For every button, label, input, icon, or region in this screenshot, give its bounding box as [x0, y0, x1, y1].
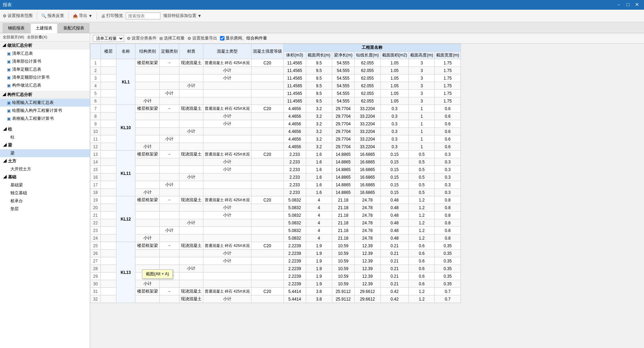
minimize-button[interactable]: －: [614, 2, 623, 8]
collapse-all-button[interactable]: 全部折叠(X): [27, 35, 47, 40]
quota-location-label: 清单定额部位计算书: [12, 74, 50, 80]
col-volume: 体积(m3): [283, 52, 306, 59]
export-button[interactable]: 📤 导出 ▼: [73, 13, 92, 19]
show-room-checkbox-item[interactable]: 显示房间、组合构件量: [220, 35, 267, 41]
col-concrete-grade: 混凝土强度等级: [251, 44, 283, 59]
col-edge-len: 钻线长度(m): [354, 52, 380, 59]
table-row: 23小计5.0832421.1824.780.481.20.8: [90, 227, 461, 234]
table-row: 3小计11.45659.554.55562.0551.0531.75: [90, 74, 461, 82]
tree-foundation-beam[interactable]: 基础梁: [0, 181, 90, 189]
tree-earthwork-item[interactable]: 大开挖土方: [0, 165, 90, 173]
add-project-feature-label: 项目特征添加位置: [163, 13, 196, 19]
tree-beam-section[interactable]: ◢ 梁: [0, 141, 90, 149]
right-panel: 清单工程量 ⚙ 设置分类条件 ⊞ 选择工程量 ⚙ 设置批量导出 显示房间、组合构…: [90, 33, 644, 348]
sidebar-item-quota-summary[interactable]: ▣ 清单定额汇总表: [0, 65, 90, 73]
table-row: 19KL12楼层框架梁－现浇混凝土普通混凝土 碎石 425#水泥C205.083…: [90, 196, 461, 204]
show-room-label: 显示房间、组合构件量: [226, 35, 267, 41]
set-report-range-icon: ⚙: [3, 14, 7, 18]
col-floor: 楼层: [101, 44, 116, 59]
bill-summary-label: 清单汇总表: [12, 51, 33, 56]
separator-1: [37, 12, 37, 19]
col-name: 名称: [116, 44, 135, 59]
col-perimeter: 截面周长(m): [306, 52, 332, 59]
draw-input-calc-icon: ▣: [7, 108, 11, 113]
foundation-expand-icon: ◢ 基础: [3, 174, 16, 180]
section-method-analysis[interactable]: ◢ 做法汇总分析: [0, 42, 90, 50]
maximize-button[interactable]: □: [625, 2, 632, 8]
col-section-area: 截面面积(m2): [380, 52, 409, 59]
col-quantity-group: 工程里名称: [283, 44, 461, 52]
tree-column-item[interactable]: 柱: [0, 133, 90, 141]
screenshot-tooltip: 截图(Alt + A): [142, 269, 173, 279]
table-row: 18小计2.2331.614.886516.68650.150.50.3: [90, 189, 461, 196]
table-row: 25KL13楼层框架梁－现浇混凝土普通混凝土 碎石 425#水泥C202.223…: [90, 242, 461, 250]
sidebar-item-table-input-calc[interactable]: ▣ 表格输入工程量计算书: [0, 115, 90, 123]
tree-foundation-section[interactable]: ◢ 基础: [0, 173, 90, 181]
sidebar-item-member-method[interactable]: ▣ 构件做法汇总表: [0, 81, 90, 89]
main-layout: 全部展开(W) 全部折叠(X) ◢ 做法汇总分析 ▣ 清单汇总表 ▣ 清单部位计…: [0, 33, 644, 348]
select-quantity-icon: ⊞: [159, 36, 163, 41]
table-row: 12小计4.46563.229.770433.22040.310.6: [90, 143, 461, 151]
col-section-height: 截面高度(m): [409, 52, 435, 59]
section-member-analysis[interactable]: ◢ 构件汇总分析: [0, 91, 90, 99]
set-batch-button[interactable]: ⚙ 设置批量导出: [187, 35, 217, 41]
table-row: 30小计2.22391.910.5912.390.210.60.35: [90, 280, 461, 288]
add-project-feature-button[interactable]: 项目特征添加位置 ▼: [163, 13, 202, 19]
feature-dropdown-arrow: ▼: [197, 14, 202, 18]
expand-all-button[interactable]: 全部展开(W): [3, 35, 24, 40]
set-report-range-label: 设置报表范围: [8, 13, 33, 19]
sidebar-item-draw-input-calc[interactable]: ▣ 绘图输入构件工程量计算书: [0, 107, 90, 115]
col-num: [90, 44, 101, 59]
left-panel: 全部展开(W) 全部折叠(X) ◢ 做法汇总分析 ▣ 清单汇总表 ▣ 清单部位计…: [0, 33, 90, 348]
set-report-range-button[interactable]: ⚙ 设置报表范围: [3, 13, 33, 19]
table-row: 24小计5.0832421.1824.780.481.20.8: [90, 234, 461, 242]
quota-summary-label: 清单定额汇总表: [12, 66, 41, 72]
earthwork-item-label: 大开挖土方: [10, 166, 31, 172]
tree-cushion[interactable]: 垫层: [0, 205, 90, 213]
search-input[interactable]: [126, 12, 160, 19]
export-dropdown-arrow: ▼: [88, 14, 92, 18]
table-container[interactable]: 楼层 名称 结构类别 定额类别 材质 混凝土类型 混凝土强度等级 工程里名称 体…: [90, 44, 644, 348]
tab-civil[interactable]: 土建报表: [30, 23, 58, 33]
sidebar-item-draw-input-summary[interactable]: ▣ 绘图输入工程量汇总表: [0, 99, 90, 107]
window-controls: － □ ✕: [614, 2, 641, 8]
cushion-label: 垫层: [10, 206, 19, 212]
tab-rebar[interactable]: 钢筋报表: [3, 23, 30, 33]
table-row: 8小计4.46563.229.770433.22040.310.6: [90, 113, 461, 120]
table-row: 21小计5.0832421.1824.780.481.20.8: [90, 212, 461, 219]
tree-beam-item[interactable]: 梁: [0, 149, 90, 157]
col-material: 材质: [179, 44, 203, 59]
table-row: 15小计2.2331.614.886516.68650.150.50.3: [90, 166, 461, 173]
tree-earthwork-section[interactable]: ◢ 土方: [0, 157, 90, 165]
quantity-type-select[interactable]: 清单工程量: [93, 35, 124, 42]
table-row: 14小计2.2331.614.886516.68650.150.50.3: [90, 158, 461, 166]
method-analysis-label: ◢ 做法汇总分析: [2, 43, 32, 48]
foundation-beam-label: 基础梁: [10, 182, 23, 188]
table-row: 10小计4.46563.229.770433.22040.310.6: [90, 128, 461, 135]
tree-independent-foundation[interactable]: 独立基础: [0, 189, 90, 197]
show-room-checkbox[interactable]: [220, 36, 224, 41]
column-expand-icon: ◢ 柱: [3, 126, 12, 132]
separator-3: [97, 12, 97, 19]
table-input-calc-icon: ▣: [7, 116, 11, 121]
table-row: 1KL1楼层框架梁－现浇混凝土普通混凝土 碎石 425#水泥C2011.4565…: [90, 59, 461, 67]
set-category-button[interactable]: ⚙ 设置分类条件: [127, 35, 157, 41]
category-icon: ⚙: [127, 36, 131, 41]
tree-pile-cap[interactable]: 桩承台: [0, 197, 90, 205]
table-row: 27小计2.22391.910.5912.390.210.60.35: [90, 257, 461, 265]
sidebar-item-bill-location[interactable]: ▣ 清单部位计算书: [0, 57, 90, 65]
select-quantity-button[interactable]: ⊞ 选择工程量: [159, 35, 185, 41]
sidebar-item-quota-location[interactable]: ▣ 清单定额部位计算书: [0, 73, 90, 81]
draw-input-summary-icon: ▣: [7, 100, 11, 105]
table-row: 6小计11.45659.554.55562.0551.0531.75: [90, 97, 461, 105]
print-preview-button[interactable]: 🖨 打印预览: [101, 13, 123, 19]
tab-assembly[interactable]: 装配式报表: [58, 23, 89, 33]
table-row: 2小计11.45659.554.55562.0551.0531.75: [90, 67, 461, 74]
member-method-icon: ▣: [7, 83, 11, 88]
report-review-button[interactable]: 🔍 报表反查: [41, 13, 64, 19]
close-button[interactable]: ✕: [633, 2, 641, 8]
export-icon: 📤: [73, 14, 78, 18]
table-row: 11小计4.46563.229.770433.22040.310.6: [90, 135, 461, 143]
sidebar-item-bill-summary[interactable]: ▣ 清单汇总表: [0, 50, 90, 57]
tree-column-section[interactable]: ◢ 柱: [0, 125, 90, 133]
